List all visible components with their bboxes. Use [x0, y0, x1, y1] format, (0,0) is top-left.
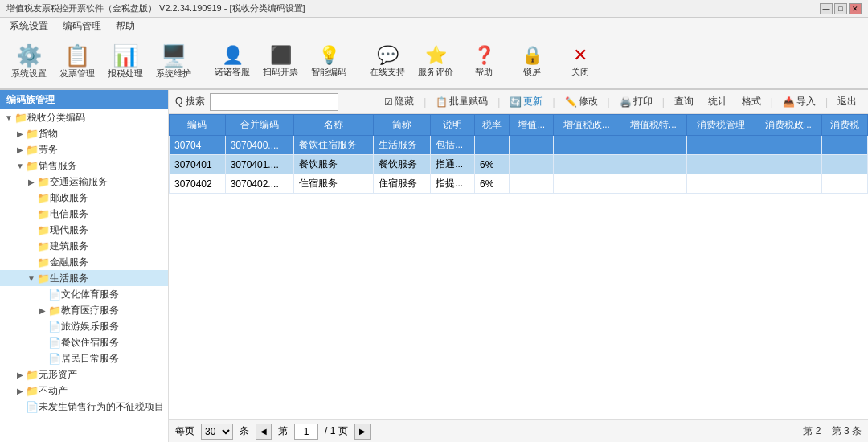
tree-node-travel-entertain[interactable]: 📄 旅游娱乐服务 — [0, 318, 168, 334]
col-header: 简称 — [374, 115, 431, 136]
sep5: | — [662, 96, 665, 108]
menu-system-settings[interactable]: 系统设置 — [3, 18, 55, 35]
tree-node-sales-service[interactable]: ▼ 📁 销售服务 — [0, 158, 168, 174]
tree-expand-icon: ▼ — [14, 162, 26, 170]
tree-node-finance[interactable]: 📁 金融服务 — [0, 254, 168, 270]
tree-node-resident-daily[interactable]: 📄 居民日常服务 — [0, 350, 168, 366]
toolbar-service-eval[interactable]: ⭐ 服务评价 — [413, 39, 458, 85]
tree-node-real-estate[interactable]: ▶ 📁 不动产 — [0, 383, 168, 399]
sidebar: 编码族管理 ▼ 📁 税收分类编码 ▶ 📁 货物 ▶ 📁 劳务 ▼ 📁 销售服务 … — [0, 90, 169, 442]
toolbar-invoice-mgmt[interactable]: 📋 发票管理 — [55, 39, 100, 85]
print-btn[interactable]: 🖨️ 打印 — [615, 93, 657, 110]
search-input[interactable] — [210, 93, 338, 111]
table-cell — [620, 136, 686, 155]
toolbar-help[interactable]: ❓ 帮助 — [461, 39, 506, 85]
toolbar-scan[interactable]: ⬛ 扫码开票 — [258, 39, 303, 85]
per-page-select[interactable]: 30 50 100 — [201, 424, 233, 440]
table-cell: 住宿服务 — [374, 174, 431, 194]
tree-folder-icon: 📄 — [48, 353, 61, 365]
total-page-label: / 1 页 — [325, 424, 348, 438]
tree-expand-icon: ▶ — [14, 387, 26, 395]
tree-expand-icon: ▶ — [14, 145, 26, 154]
table-cell: 餐饮服务 — [293, 155, 373, 174]
tree-node-transport[interactable]: ▶ 📁 交通运输服务 — [0, 174, 168, 190]
tree-node-edu-medical[interactable]: ▶ 📁 教育医疗服务 — [0, 302, 168, 318]
tree-folder-icon: 📁 — [37, 240, 50, 252]
toolbar-system-maint[interactable]: 🖥️ 系统维护 — [151, 39, 196, 85]
toolbar-close[interactable]: ✕ 关闭 — [558, 39, 603, 85]
help-icon: ❓ — [473, 47, 495, 64]
modify-btn[interactable]: ✏️ 修改 — [560, 93, 603, 110]
minimize-button[interactable]: — — [820, 3, 833, 14]
page-input[interactable] — [294, 424, 318, 440]
tree-node-culture-sports[interactable]: 📄 文化体育服务 — [0, 286, 168, 302]
tree-label: 货物 — [39, 127, 58, 141]
window-controls: — □ ✕ — [820, 3, 862, 14]
tree-node-catering-hotel[interactable]: 📄 餐饮住宿服务 — [0, 334, 168, 350]
batch-code-btn[interactable]: 📋 批量赋码 — [431, 93, 493, 110]
table-cell — [686, 136, 755, 155]
tree-node-postal[interactable]: 📁 邮政服务 — [0, 190, 168, 206]
tree-node-modern[interactable]: 📁 现代服务 — [0, 222, 168, 238]
table-cell — [821, 174, 867, 194]
next-page-btn[interactable]: ▶ — [354, 424, 371, 440]
tree-folder-icon: 📁 — [26, 128, 39, 140]
tree-node-life[interactable]: ▼ 📁 生活服务 — [0, 270, 168, 286]
sep2: | — [497, 96, 500, 108]
tree-label: 生活服务 — [50, 272, 88, 285]
toolbar-tax-processing[interactable]: 📊 报税处理 — [103, 39, 148, 85]
col-header: 消费税政... — [755, 115, 821, 136]
format-btn[interactable]: 格式 — [737, 93, 766, 110]
tree-folder-icon: 📁 — [26, 369, 39, 381]
toolbar-nuonuo[interactable]: 👤 诺诺客服 — [210, 39, 255, 85]
query-btn[interactable]: 查询 — [669, 93, 698, 110]
tree-node-labor[interactable]: ▶ 📁 劳务 — [0, 141, 168, 158]
tree-node-telecom[interactable]: 📁 电信服务 — [0, 206, 168, 222]
tree-label: 税收分类编码 — [27, 111, 85, 125]
toolbar-service-label: 服务评价 — [418, 66, 453, 78]
hidden-checkbox-icon: ☑ — [384, 96, 393, 108]
maximize-button[interactable]: □ — [834, 3, 847, 14]
record-label: 条 — [240, 424, 249, 438]
prev-page-btn[interactable]: ◀ — [256, 424, 272, 440]
tree-folder-icon: 📁 — [26, 160, 39, 172]
tree-node-construction[interactable]: 📁 建筑服务 — [0, 238, 168, 254]
table-cell — [620, 174, 686, 194]
table-row[interactable]: 307043070400....餐饮住宿服务生活服务包括... — [170, 136, 868, 155]
close-button[interactable]: ✕ — [849, 3, 862, 14]
tree-node-goods[interactable]: ▶ 📁 货物 — [0, 125, 168, 141]
system-settings-icon: ⚙️ — [16, 45, 42, 66]
lock-icon: 🔒 — [522, 47, 543, 64]
print-icon: 🖨️ — [620, 96, 632, 108]
sep3: | — [552, 96, 555, 108]
toolbar-scan-label: 扫码开票 — [263, 66, 298, 78]
hidden-btn[interactable]: ☑ 隐藏 — [379, 93, 419, 110]
tree-container: ▼ 📁 税收分类编码 ▶ 📁 货物 ▶ 📁 劳务 ▼ 📁 销售服务 ▶ 📁 交通… — [0, 109, 168, 415]
exit-btn[interactable]: 退出 — [833, 93, 862, 110]
table-cell — [821, 136, 867, 155]
toolbar-online-support[interactable]: 💬 在线支持 — [365, 39, 410, 85]
table-row[interactable]: 30704013070401....餐饮服务餐饮服务指通...6% — [170, 155, 868, 174]
stat-btn[interactable]: 统计 — [703, 93, 732, 110]
tree-folder-icon: 📁 — [48, 305, 61, 317]
invoice-icon: 📋 — [64, 45, 90, 66]
toolbar-system-settings[interactable]: ⚙️ 系统设置 — [6, 39, 51, 85]
tree-node-non-tax[interactable]: 📄 未发生销售行为的不征税项目 — [0, 399, 168, 415]
col-header: 增值税特... — [620, 115, 686, 136]
tax-icon: 📊 — [113, 45, 138, 66]
toolbar-lock[interactable]: 🔒 锁屏 — [510, 39, 555, 85]
menu-help[interactable]: 帮助 — [109, 18, 141, 35]
toolbar-system-settings-label: 系统设置 — [11, 68, 47, 80]
tree-folder-icon: 📁 — [37, 256, 50, 268]
tree-node-intangible[interactable]: ▶ 📁 无形资产 — [0, 366, 168, 383]
table-row[interactable]: 30704023070402....住宿服务住宿服务指提...6% — [170, 174, 868, 194]
toolbar-help-label: 帮助 — [475, 66, 493, 78]
menu-bar: 系统设置 编码管理 帮助 — [0, 18, 868, 35]
tree-expand-icon: ▶ — [14, 370, 26, 379]
import-btn[interactable]: 📥 导入 — [778, 93, 821, 110]
update-btn[interactable]: 🔄 更新 — [505, 93, 547, 110]
tree-folder-icon: 📁 — [26, 385, 39, 397]
tree-node-root[interactable]: ▼ 📁 税收分类编码 — [0, 109, 168, 125]
menu-code-management[interactable]: 编码管理 — [56, 18, 108, 35]
toolbar-smart-code[interactable]: 💡 智能编码 — [306, 39, 351, 85]
